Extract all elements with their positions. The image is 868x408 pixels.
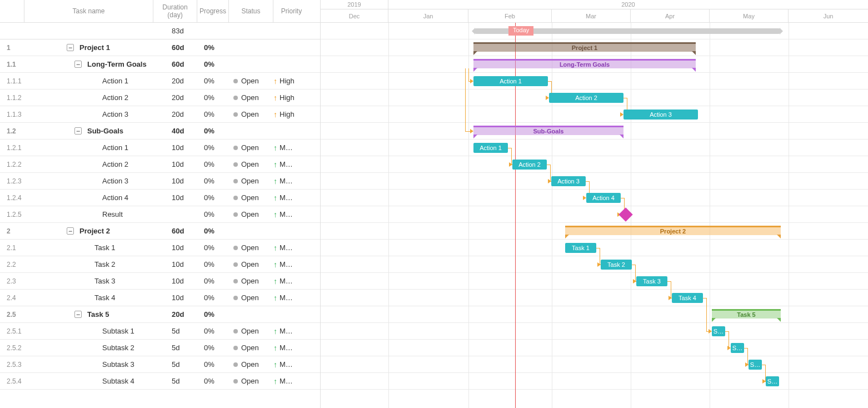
row-priority: ↑M… [273,210,310,219]
row-priority: ↑M… [273,177,310,186]
task-row[interactable]: 1.2.3Action 310d0%Open↑M… [0,173,320,190]
task-bar[interactable]: Action 4 [586,193,621,203]
task-row[interactable]: 1.2.1Action 110d0%Open↑M… [0,140,320,156]
timeline-header: 20192020 DecJanFebMarAprMayJun [321,0,868,23]
priority-text: High [280,93,295,102]
collapse-icon[interactable]: − [67,227,74,235]
task-name-label: Action 1 [102,143,128,152]
hdr-progress[interactable]: Progress [197,0,229,22]
task-bar[interactable]: S… [731,343,744,353]
task-row[interactable]: 2.5−Task 520d0% [0,306,320,323]
task-bar[interactable]: S… [766,376,779,386]
row-name[interactable]: Task 1 [24,243,153,252]
priority-arrow-icon: ↑ [273,260,277,269]
group-bar[interactable]: Task 5 [712,309,781,319]
status-text: Open [241,160,259,168]
row-name[interactable]: Task 3 [24,277,153,285]
row-name[interactable]: −Project 2 [24,227,153,235]
task-bar[interactable]: Action 1 [473,143,508,153]
task-row[interactable]: 2−Project 260d0% [0,223,320,240]
row-name[interactable]: Subtask 2 [24,344,153,352]
row-name[interactable]: Subtask 3 [24,360,153,369]
row-name[interactable]: Action 3 [24,177,153,185]
row-progress: 0% [197,77,229,85]
task-row[interactable]: 1.1.3Action 320d0%Open↑High [0,106,320,123]
timeline[interactable]: 20192020 DecJanFebMarAprMayJun TodayProj… [321,0,868,408]
task-row[interactable]: 1−Project 160d0% [0,39,320,56]
row-name[interactable]: Result [24,210,153,218]
row-status: Open [229,210,273,218]
hdr-status[interactable]: Status [229,0,273,22]
task-bar[interactable]: Action 1 [473,76,548,86]
task-bar[interactable]: Action 2 [549,93,623,103]
row-name[interactable]: −Long-Term Goals [24,60,153,68]
task-bar[interactable]: Task 4 [672,293,703,303]
row-name[interactable]: Action 3 [24,110,153,118]
task-bar[interactable]: Task 2 [601,260,632,270]
task-row[interactable]: 1.1−Long-Term Goals60d0% [0,56,320,73]
priority-text: M… [280,177,293,185]
task-row[interactable]: 2.3Task 310d0%Open↑M… [0,273,320,290]
hdr-priority[interactable]: Priority [273,0,310,22]
task-row[interactable]: 2.4Task 410d0%Open↑M… [0,290,320,306]
row-name[interactable]: −Sub-Goals [24,127,153,135]
row-name[interactable]: Action 1 [24,77,153,85]
task-bar[interactable]: S… [749,360,762,370]
row-progress: 0% [197,143,229,152]
status-text: Open [241,143,259,152]
task-name-label: Task 1 [94,243,116,252]
chart-row-band [321,156,868,173]
chart-row-band [321,273,868,290]
task-row[interactable]: 2.1Task 110d0%Open↑M… [0,240,320,256]
group-bar[interactable]: Project 1 [473,42,696,52]
status-dot-icon [233,162,238,167]
row-priority: ↑M… [273,260,310,269]
task-row[interactable]: 1.2.2Action 210d0%Open↑M… [0,156,320,173]
task-bar[interactable]: Action 2 [512,160,547,170]
priority-arrow-icon: ↑ [273,160,277,169]
row-name[interactable]: Action 2 [24,93,153,102]
task-row[interactable]: 2.5.1Subtask 15d0%Open↑M… [0,323,320,340]
row-duration: 10d [153,260,197,268]
task-bar[interactable]: S… [712,326,725,336]
row-name[interactable]: Action 1 [24,143,153,152]
row-progress: 0% [197,327,229,335]
task-bar[interactable]: Task 3 [636,276,667,286]
collapse-icon[interactable]: − [74,127,82,135]
row-id: 2.5.1 [0,327,24,335]
task-row[interactable]: 1.2−Sub-Goals40d0% [0,123,320,140]
task-row[interactable]: 1.2.5Result0%Open↑M… [0,206,320,223]
task-row[interactable]: 1.1.1Action 120d0%Open↑High [0,73,320,89]
task-row[interactable]: 2.5.3Subtask 35d0%Open↑M… [0,356,320,373]
status-text: Open [241,77,259,85]
task-row[interactable]: 2.2Task 210d0%Open↑M… [0,256,320,273]
status-text: Open [241,243,259,252]
chart-area[interactable]: TodayProject 1Long-Term GoalsAction 1Act… [321,23,868,408]
task-bar[interactable]: Action 3 [551,176,586,186]
row-name[interactable]: Subtask 4 [24,377,153,385]
collapse-icon[interactable]: − [67,44,74,51]
row-progress: 0% [197,293,229,302]
month-cell: Apr [631,9,710,23]
collapse-icon[interactable]: − [74,311,82,318]
group-bar[interactable]: Sub-Goals [473,126,623,135]
row-name[interactable]: −Project 1 [24,43,153,52]
task-row[interactable]: 1.2.4Action 410d0%Open↑M… [0,190,320,206]
hdr-task-name[interactable]: Task name [24,0,153,22]
row-name[interactable]: Action 2 [24,160,153,168]
row-name[interactable]: Action 4 [24,193,153,202]
collapse-icon[interactable]: − [74,61,82,68]
priority-text: M… [280,160,293,168]
row-name[interactable]: Subtask 1 [24,327,153,335]
group-bar[interactable]: Project 2 [565,226,781,235]
task-row[interactable]: 1.1.2Action 220d0%Open↑High [0,89,320,106]
hdr-duration[interactable]: Duration (day) [153,0,197,22]
task-bar[interactable]: Task 1 [565,243,596,253]
row-name[interactable]: −Task 5 [24,310,153,319]
row-name[interactable]: Task 4 [24,293,153,302]
row-name[interactable]: Task 2 [24,260,153,268]
task-bar[interactable]: Action 3 [623,110,698,120]
task-row[interactable]: 2.5.2Subtask 25d0%Open↑M… [0,340,320,356]
task-row[interactable]: 2.5.4Subtask 45d0%Open↑M… [0,373,320,390]
group-bar[interactable]: Long-Term Goals [473,59,696,68]
